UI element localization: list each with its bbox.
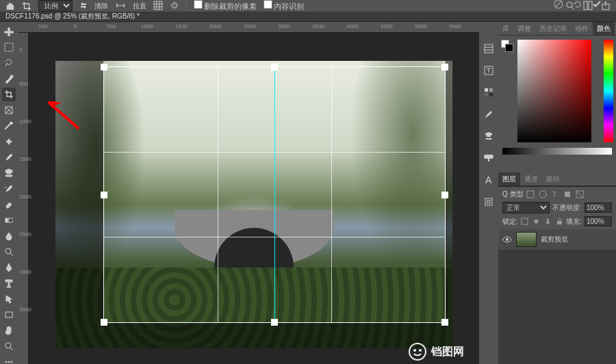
history-panel-icon[interactable] bbox=[483, 42, 495, 55]
reset-icon[interactable] bbox=[572, 0, 583, 11]
zoom-tool-icon[interactable] bbox=[2, 339, 16, 353]
svg-rect-21 bbox=[485, 88, 488, 92]
path-select-tool-icon[interactable] bbox=[2, 292, 16, 306]
collapsed-panels: A bbox=[479, 22, 498, 364]
tab-layers[interactable]: 图层 bbox=[498, 172, 520, 185]
clear-button[interactable]: 清除 bbox=[94, 1, 108, 11]
ruler-horizontal: 5000500100015002000250030003500400045005… bbox=[18, 22, 479, 33]
layer-item[interactable]: 裁剪预览 bbox=[498, 229, 616, 250]
clone-stamp-tool-icon[interactable] bbox=[2, 166, 16, 180]
clone-source-panel-icon[interactable] bbox=[483, 130, 495, 142]
frame-tool-icon[interactable] bbox=[2, 103, 16, 117]
home-icon[interactable] bbox=[5, 1, 15, 11]
cancel-icon[interactable] bbox=[553, 0, 564, 11]
crop-handle[interactable] bbox=[271, 64, 278, 70]
crop-tool-icon[interactable] bbox=[22, 1, 31, 11]
crop-handle[interactable] bbox=[441, 192, 448, 198]
svg-point-17 bbox=[409, 343, 426, 360]
crop-handle[interactable] bbox=[441, 319, 448, 326]
crop-handle[interactable] bbox=[101, 319, 107, 326]
saturation-value-field[interactable] bbox=[517, 40, 591, 142]
crop-tool-icon[interactable] bbox=[2, 88, 16, 101]
crop-bounding-box[interactable] bbox=[103, 66, 446, 323]
svg-point-19 bbox=[419, 349, 422, 352]
eyedropper-tool-icon[interactable] bbox=[2, 119, 16, 133]
edit-toolbar-icon[interactable] bbox=[2, 355, 16, 364]
magic-wand-tool-icon[interactable] bbox=[2, 72, 16, 86]
info-panel-icon[interactable] bbox=[483, 196, 495, 208]
pen-tool-icon[interactable] bbox=[2, 261, 16, 274]
blend-mode-select[interactable]: 正常 bbox=[502, 202, 550, 213]
healing-brush-tool-icon[interactable] bbox=[2, 135, 16, 148]
type-tool-icon[interactable] bbox=[2, 276, 16, 290]
brush-panel-icon[interactable] bbox=[483, 108, 495, 120]
svg-rect-20 bbox=[485, 44, 493, 53]
hand-tool-icon[interactable] bbox=[2, 324, 16, 337]
color-panel-tabs: 库 调整 历史记录 动作 颜色 bbox=[498, 22, 616, 36]
svg-point-14 bbox=[5, 361, 7, 363]
tab-history[interactable]: 历史记录 bbox=[535, 22, 571, 35]
layer-name: 裁剪预览 bbox=[541, 235, 568, 244]
commit-icon[interactable] bbox=[591, 0, 602, 11]
crop-handle[interactable] bbox=[271, 319, 278, 326]
swap-icon[interactable] bbox=[79, 1, 88, 11]
history-brush-tool-icon[interactable] bbox=[2, 182, 16, 196]
svg-text:T: T bbox=[552, 191, 556, 198]
share-icon[interactable] bbox=[601, 1, 611, 12]
canvas-viewport[interactable]: 铛图网 DOANDOAN.COM bbox=[29, 33, 479, 364]
svg-rect-22 bbox=[489, 88, 493, 92]
svg-point-34 bbox=[534, 220, 538, 224]
document-tab[interactable]: DSCF1176.psd @ 25% (裁剪预览, RGB/8) * bbox=[5, 12, 140, 21]
crop-handle[interactable] bbox=[101, 192, 107, 198]
eraser-tool-icon[interactable] bbox=[2, 198, 16, 211]
paragraph-panel-icon[interactable] bbox=[483, 152, 495, 164]
straighten-icon[interactable] bbox=[115, 1, 126, 11]
layer-filter-icons[interactable]: T bbox=[526, 190, 584, 198]
gradient-tool-icon[interactable] bbox=[2, 213, 16, 227]
content-aware-checkbox[interactable]: 内容识别 bbox=[264, 0, 304, 12]
tab-adjustments[interactable]: 调整 bbox=[513, 22, 535, 35]
svg-point-29 bbox=[539, 191, 546, 198]
color-picker-panel bbox=[498, 36, 616, 172]
opacity-value[interactable]: 100% bbox=[585, 203, 612, 213]
lock-icons[interactable] bbox=[521, 218, 563, 225]
svg-rect-6 bbox=[5, 43, 13, 51]
glyph-panel-icon[interactable]: A bbox=[483, 174, 495, 186]
svg-point-11 bbox=[5, 248, 11, 254]
swatches-panel-icon[interactable] bbox=[483, 86, 495, 99]
foreground-background-swatch[interactable] bbox=[501, 40, 513, 52]
overlay-grid-icon[interactable] bbox=[153, 1, 163, 12]
layer-filter-label: Q 类型 bbox=[502, 190, 524, 199]
grayscale-slider[interactable] bbox=[502, 148, 612, 155]
tools-panel bbox=[0, 22, 18, 364]
svg-rect-10 bbox=[5, 218, 12, 222]
delete-cropped-checkbox[interactable]: 删除裁剪的像素 bbox=[194, 0, 257, 12]
gear-icon[interactable] bbox=[170, 1, 179, 12]
move-tool-icon[interactable] bbox=[2, 25, 16, 38]
document-tab-bar: DSCF1176.psd @ 25% (裁剪预览, RGB/8) * bbox=[0, 12, 616, 22]
tab-color[interactable]: 颜色 bbox=[593, 22, 615, 35]
hue-slider[interactable] bbox=[604, 40, 613, 142]
lock-label: 锁定: bbox=[502, 217, 518, 226]
crop-handle[interactable] bbox=[441, 64, 448, 70]
straighten-button[interactable]: 拉直 bbox=[133, 1, 146, 11]
marquee-tool-icon[interactable] bbox=[2, 40, 16, 54]
rectangle-tool-icon[interactable] bbox=[2, 308, 16, 322]
brush-tool-icon[interactable] bbox=[2, 151, 16, 164]
character-panel-icon[interactable] bbox=[483, 64, 495, 77]
aspect-ratio-select[interactable]: 比例 bbox=[38, 0, 73, 12]
tab-paths[interactable]: 路径 bbox=[542, 172, 564, 185]
svg-text:A: A bbox=[485, 174, 492, 185]
visibility-icon[interactable] bbox=[502, 235, 512, 244]
tab-actions[interactable]: 动作 bbox=[571, 22, 593, 35]
fill-value[interactable]: 100% bbox=[585, 216, 612, 226]
svg-point-16 bbox=[11, 361, 12, 363]
crop-handle[interactable] bbox=[101, 64, 107, 70]
ruler-vertical: 0500100015002000250030003500 bbox=[18, 33, 29, 364]
guide-vertical[interactable] bbox=[274, 67, 275, 322]
dodge-tool-icon[interactable] bbox=[2, 245, 16, 259]
lasso-tool-icon[interactable] bbox=[2, 56, 16, 70]
tab-channels[interactable]: 通道 bbox=[520, 172, 542, 185]
tab-libraries[interactable]: 库 bbox=[498, 22, 513, 35]
blur-tool-icon[interactable] bbox=[2, 229, 16, 243]
